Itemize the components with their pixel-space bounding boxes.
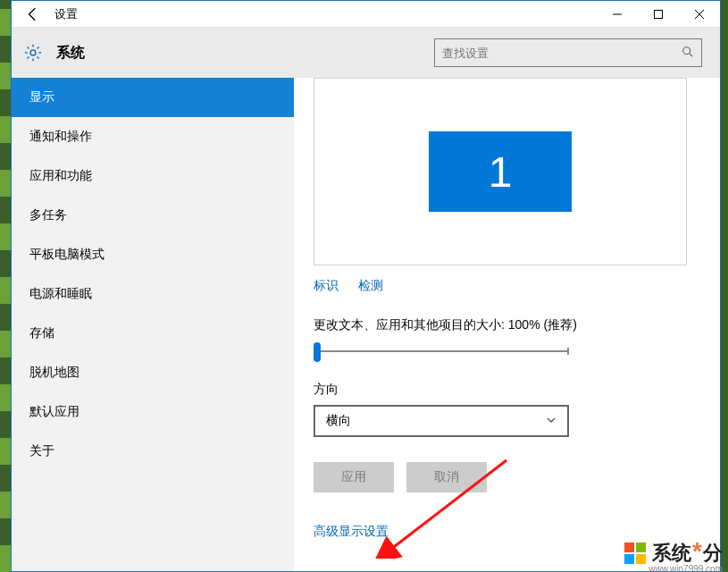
desktop-background-left <box>0 0 11 572</box>
slider-thumb[interactable] <box>314 342 321 362</box>
nav-item-storage[interactable]: 存储 <box>12 314 294 353</box>
watermark-text-a: 系统 <box>652 542 691 564</box>
monitor-tile-1[interactable]: 1 <box>429 131 572 212</box>
svg-rect-1 <box>655 10 663 18</box>
detect-link[interactable]: 检测 <box>358 278 383 294</box>
monitor-number: 1 <box>489 147 513 197</box>
nav-label: 应用和功能 <box>29 168 92 184</box>
scale-slider[interactable] <box>314 342 569 362</box>
svg-point-5 <box>683 46 690 54</box>
watermark-text-b: 分 <box>703 542 723 564</box>
apply-button: 应用 <box>314 462 394 492</box>
monitor-preview-area[interactable]: 1 <box>314 78 687 265</box>
settings-window: 设置 系统 显示 通知和操作 应用和功能 多任务 <box>11 0 721 572</box>
nav-item-power-sleep[interactable]: 电源和睡眠 <box>12 274 294 314</box>
svg-line-6 <box>690 53 693 56</box>
watermark: 系统*分 www.win7999.com <box>623 540 723 567</box>
search-box[interactable] <box>434 38 702 67</box>
nav-label: 显示 <box>29 89 54 105</box>
maximize-button[interactable] <box>638 1 679 28</box>
nav-item-default-apps[interactable]: 默认应用 <box>12 392 294 432</box>
slider-track <box>314 350 569 352</box>
gear-icon <box>22 42 44 63</box>
nav-label: 电源和睡眠 <box>29 286 92 302</box>
display-settings-content: 1 标识 检测 更改文本、应用和其他项目的大小: 100% (推荐) 方向 横向 <box>294 78 720 571</box>
settings-header: 系统 <box>12 28 720 78</box>
scale-label: 更改文本、应用和其他项目的大小: 100% (推荐) <box>314 317 702 333</box>
orientation-value: 横向 <box>326 413 351 429</box>
nav-item-tablet-mode[interactable]: 平板电脑模式 <box>12 235 294 274</box>
nav-label: 关于 <box>29 443 54 459</box>
nav-item-notifications[interactable]: 通知和操作 <box>12 117 294 156</box>
orientation-label: 方向 <box>314 382 702 398</box>
cancel-button: 取消 <box>406 462 487 492</box>
nav-item-about[interactable]: 关于 <box>12 432 294 471</box>
nav-label: 平板电脑模式 <box>29 247 105 263</box>
asterisk-icon: * <box>692 537 702 565</box>
close-button[interactable] <box>679 1 720 28</box>
identify-link[interactable]: 标识 <box>314 278 339 294</box>
orientation-select[interactable]: 横向 <box>314 405 569 437</box>
nav-label: 存储 <box>29 325 54 341</box>
search-input[interactable] <box>442 46 674 60</box>
apply-label: 应用 <box>341 469 366 485</box>
nav-item-display[interactable]: 显示 <box>12 78 294 117</box>
nav-label: 通知和操作 <box>29 129 92 145</box>
search-icon <box>682 46 694 61</box>
advanced-display-link[interactable]: 高级显示设置 <box>314 524 389 538</box>
watermark-url: www.win7999.com <box>649 564 723 572</box>
nav-item-multitask[interactable]: 多任务 <box>12 196 294 235</box>
nav-label: 默认应用 <box>29 404 79 420</box>
nav-item-apps-features[interactable]: 应用和功能 <box>12 156 294 196</box>
windows-logo-icon <box>623 542 647 565</box>
window-titlebar: 设置 <box>12 1 720 28</box>
minimize-button[interactable] <box>597 1 638 28</box>
svg-point-4 <box>30 50 36 55</box>
back-button[interactable] <box>12 1 54 28</box>
sidebar-nav: 显示 通知和操作 应用和功能 多任务 平板电脑模式 电源和睡眠 存储 脱机地图 … <box>12 78 294 571</box>
chevron-down-icon <box>546 414 556 428</box>
nav-label: 多任务 <box>29 207 67 223</box>
section-title: 系统 <box>56 44 85 63</box>
desktop-background-right <box>721 0 728 572</box>
cancel-label: 取消 <box>434 469 459 485</box>
window-title: 设置 <box>54 6 78 22</box>
settings-body: 显示 通知和操作 应用和功能 多任务 平板电脑模式 电源和睡眠 存储 脱机地图 … <box>12 78 720 571</box>
nav-label: 脱机地图 <box>29 365 79 381</box>
nav-item-offline-maps[interactable]: 脱机地图 <box>12 353 294 392</box>
